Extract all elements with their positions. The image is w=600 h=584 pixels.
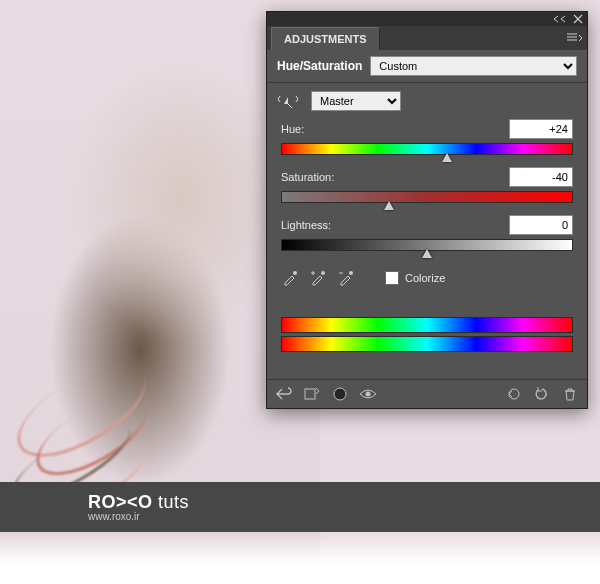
- hue-slider[interactable]: [281, 143, 573, 153]
- watermark-brand: RO><O tuts: [88, 492, 600, 513]
- svg-point-2: [349, 271, 353, 275]
- watermark-url: www.roxo.ir: [88, 511, 600, 522]
- saturation-label: Saturation:: [281, 171, 334, 183]
- hue-slider-thumb[interactable]: [442, 153, 452, 162]
- saturation-value-input[interactable]: [509, 167, 573, 187]
- lightness-label: Lightness:: [281, 219, 331, 231]
- saturation-slider-block: Saturation:: [267, 163, 587, 201]
- close-icon[interactable]: [573, 14, 583, 24]
- eyedropper-row: Colorize: [267, 259, 587, 297]
- lightness-value-input[interactable]: [509, 215, 573, 235]
- clip-to-layer-icon[interactable]: [331, 385, 349, 403]
- previous-state-icon[interactable]: [505, 385, 523, 403]
- svg-point-4: [334, 388, 346, 400]
- lightness-slider-thumb[interactable]: [422, 249, 432, 258]
- svg-point-0: [293, 271, 297, 275]
- saturation-slider-thumb[interactable]: [384, 201, 394, 210]
- lightness-slider[interactable]: [281, 239, 573, 249]
- lightness-slider-block: Lightness:: [267, 211, 587, 249]
- bottom-fade: [0, 532, 600, 584]
- visibility-eye-icon[interactable]: [359, 385, 377, 403]
- adjustments-panel: ADJUSTMENTS Hue/Saturation Custom Master…: [266, 11, 588, 409]
- hue-value-input[interactable]: [509, 119, 573, 139]
- svg-point-6: [509, 389, 519, 399]
- tab-adjustments[interactable]: ADJUSTMENTS: [271, 27, 380, 50]
- colorize-label: Colorize: [405, 272, 445, 284]
- panel-menu-icon[interactable]: [565, 30, 583, 46]
- channel-select[interactable]: Master: [311, 91, 401, 111]
- colorize-checkbox[interactable]: [385, 271, 399, 285]
- panel-titlebar[interactable]: [267, 12, 587, 26]
- collapse-icon[interactable]: [553, 15, 567, 23]
- eyedropper-plus-icon[interactable]: [309, 269, 327, 287]
- back-arrow-icon[interactable]: [275, 385, 293, 403]
- scrubby-adjust-icon[interactable]: [277, 92, 299, 110]
- preset-select[interactable]: Custom: [370, 56, 577, 76]
- eyedropper-minus-icon[interactable]: [337, 269, 355, 287]
- expand-view-icon[interactable]: [303, 385, 321, 403]
- trash-icon[interactable]: [561, 385, 579, 403]
- eyedropper-icon[interactable]: [281, 269, 299, 287]
- svg-point-5: [366, 392, 371, 397]
- spectrum-top: [281, 317, 573, 333]
- watermark-bar: RO><O tuts www.roxo.ir: [0, 482, 600, 532]
- colorize-checkbox-wrap[interactable]: Colorize: [385, 271, 445, 285]
- spectrum-block: [267, 297, 587, 379]
- adjustment-name-label: Hue/Saturation: [277, 59, 362, 73]
- hue-label: Hue:: [281, 123, 304, 135]
- reset-icon[interactable]: [533, 385, 551, 403]
- spectrum-bottom: [281, 336, 573, 352]
- saturation-slider[interactable]: [281, 191, 573, 201]
- panel-tab-row: ADJUSTMENTS: [267, 26, 587, 50]
- svg-point-1: [321, 271, 325, 275]
- hue-slider-block: Hue:: [267, 115, 587, 153]
- panel-footer: [267, 379, 587, 408]
- adjustment-header-row: Hue/Saturation Custom: [267, 50, 587, 83]
- channel-row: Master: [267, 83, 587, 115]
- svg-rect-3: [305, 389, 315, 399]
